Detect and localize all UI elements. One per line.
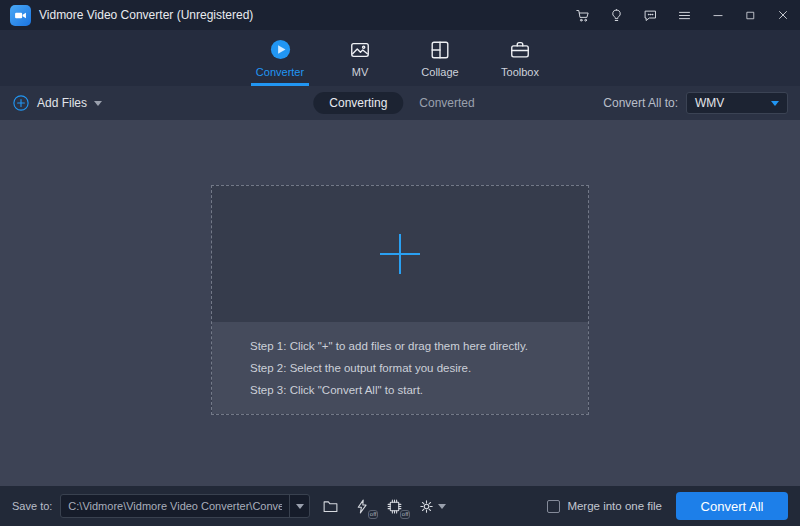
tab-toolbox[interactable]: Toolbox (480, 30, 560, 86)
add-plus-icon (377, 231, 423, 277)
tab-collage[interactable]: Collage (400, 30, 480, 86)
output-format-select[interactable]: WMV (686, 92, 788, 114)
footer-tools: off off (322, 498, 446, 515)
bulb-icon[interactable] (609, 8, 624, 23)
add-files-caret-icon (94, 101, 102, 106)
save-path-input[interactable] (61, 500, 289, 512)
toolbar: Add Files Converting Converted Convert A… (0, 86, 800, 120)
video-camera-glyph (14, 9, 27, 22)
maximize-icon[interactable] (744, 9, 757, 22)
tab-converter[interactable]: Converter (240, 30, 320, 86)
save-path-field (60, 494, 310, 518)
open-folder-icon[interactable] (322, 498, 339, 515)
menu-icon[interactable] (677, 8, 692, 23)
tab-mv[interactable]: MV (320, 30, 400, 86)
titlebar-actions (575, 8, 790, 23)
tab-converted[interactable]: Converted (407, 92, 486, 114)
play-circle-icon (269, 38, 292, 61)
flash-off-badge: off (368, 510, 379, 519)
main-content: Step 1: Click "+" to add files or drag t… (0, 120, 800, 486)
flash-speed-icon[interactable]: off (354, 498, 371, 515)
main-nav: Converter MV Collage Toolbox (0, 30, 800, 86)
app-logo-icon (10, 5, 31, 26)
toolbox-icon (509, 39, 531, 61)
feedback-icon[interactable] (643, 8, 658, 23)
merge-label: Merge into one file (567, 500, 662, 512)
minimize-icon[interactable] (711, 8, 725, 22)
mv-screen-icon (349, 39, 371, 61)
save-path-caret-icon[interactable] (289, 495, 309, 517)
tab-converting[interactable]: Converting (313, 92, 403, 114)
hardware-chip-icon[interactable]: off (386, 498, 403, 515)
tab-collage-label: Collage (421, 66, 458, 78)
tab-toolbox-label: Toolbox (501, 66, 539, 78)
step-2-text: Step 2: Select the output format you des… (250, 357, 588, 379)
app-title: Vidmore Video Converter (Unregistered) (39, 8, 253, 22)
footer-bar: Save to: off off Merge into one file Con… (0, 486, 800, 526)
close-icon[interactable] (776, 8, 790, 22)
add-files-label: Add Files (37, 96, 87, 110)
tab-converter-label: Converter (256, 66, 304, 78)
convert-all-to-group: Convert All to: WMV (603, 92, 788, 114)
merge-checkbox[interactable] (547, 500, 560, 513)
settings-button[interactable] (418, 498, 446, 515)
add-files-button[interactable]: Add Files (12, 94, 102, 112)
hardware-off-badge: off (400, 510, 411, 519)
titlebar: Vidmore Video Converter (Unregistered) (0, 0, 800, 30)
add-plus-circle-icon (12, 94, 30, 112)
dropzone-add-area[interactable] (212, 186, 588, 322)
queue-tabs: Converting Converted (313, 92, 486, 114)
file-dropzone[interactable]: Step 1: Click "+" to add files or drag t… (211, 185, 589, 415)
step-1-text: Step 1: Click "+" to add files or drag t… (250, 335, 588, 357)
convert-all-to-label: Convert All to: (603, 96, 678, 110)
save-to-label: Save to: (12, 500, 52, 512)
collage-grid-icon (429, 39, 451, 61)
gear-icon (418, 498, 435, 515)
settings-caret-icon (438, 504, 446, 509)
step-3-text: Step 3: Click "Convert All" to start. (250, 379, 588, 401)
format-caret-icon (771, 101, 779, 106)
output-format-value: WMV (695, 96, 724, 110)
dropzone-steps: Step 1: Click "+" to add files or drag t… (212, 322, 588, 414)
merge-into-one-file-option[interactable]: Merge into one file (547, 500, 662, 513)
tab-mv-label: MV (352, 66, 369, 78)
footer-right: Merge into one file Convert All (547, 492, 788, 520)
cart-icon[interactable] (575, 8, 590, 23)
convert-all-button[interactable]: Convert All (676, 492, 788, 520)
